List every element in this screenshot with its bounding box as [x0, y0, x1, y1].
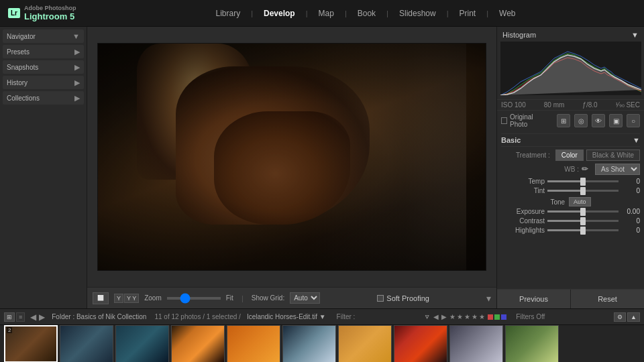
reset-button[interactable]: Reset — [571, 290, 644, 308]
highlights-track — [547, 229, 619, 231]
histogram-expand-icon[interactable]: ▼ — [631, 31, 639, 39]
histogram-svg — [500, 42, 641, 95]
navigator-panel[interactable]: Navigator▼ — [3, 29, 84, 43]
filmstrip-thumb-6[interactable] — [282, 325, 336, 362]
tab-library[interactable]: Library — [206, 6, 250, 21]
filter-arrow-l[interactable]: ◀ — [433, 313, 439, 320]
tint-value: 0 — [621, 187, 640, 194]
tab-web[interactable]: Web — [490, 6, 525, 21]
adobe-text: Adobe Photoshop — [24, 5, 76, 11]
histogram-header: Histogram ▼ — [500, 29, 641, 40]
wb-label: WB : — [564, 166, 579, 173]
original-photo-checkbox[interactable] — [501, 117, 507, 124]
wb-row: WB : ✏ As Shot Auto Daylight Cloudy Cust… — [501, 164, 640, 175]
star-5[interactable]: ★ — [479, 313, 485, 320]
filmstrip-thumb-2[interactable] — [60, 325, 113, 362]
tool-icons: ⊞ ◎ 👁 ▣ ○ — [557, 114, 640, 127]
tab-print[interactable]: Print — [450, 6, 486, 21]
filter-section: ⛛ ◀ ▶ ★ ★ ★ ★ ★ — [424, 313, 506, 320]
filmstrip-thumb-10[interactable] — [505, 325, 559, 362]
camera-sec: ¹⁄₉₀ SEC — [616, 101, 640, 109]
radial-filter-icon[interactable]: ○ — [627, 114, 640, 127]
filmstrip-thumb-9[interactable] — [449, 325, 503, 362]
highlights-value: 0 — [621, 227, 640, 234]
highlights-thumb[interactable] — [580, 227, 586, 235]
contrast-value: 0 — [621, 217, 640, 225]
history-panel[interactable]: History▶ — [3, 76, 84, 89]
star-4[interactable]: ★ — [472, 313, 478, 320]
photo-count: 11 of 12 photos / 1 selected / — [154, 313, 240, 320]
contrast-thumb[interactable] — [580, 217, 586, 225]
contrast-slider-row: Contrast 0 — [501, 217, 640, 225]
tab-book[interactable]: Book — [348, 6, 385, 21]
view-loupe-btn[interactable]: ⬜ — [93, 292, 109, 304]
filmstrip-expand-btn[interactable]: ▲ — [627, 312, 640, 322]
bw-treatment-btn[interactable]: Black & White — [586, 149, 640, 161]
star-1[interactable]: ★ — [449, 313, 455, 320]
contrast-fill — [547, 220, 583, 222]
gradient-filter-icon[interactable]: ▣ — [609, 114, 623, 127]
tone-section-label: Tone Auto — [501, 197, 640, 206]
tab-map[interactable]: Map — [309, 6, 343, 21]
wb-eyedropper-icon[interactable]: ✏ — [582, 164, 592, 175]
tint-fill — [547, 190, 583, 192]
temp-thumb[interactable] — [580, 178, 586, 186]
toolbar-right: ▾ — [486, 293, 491, 304]
crop-tool-icon[interactable]: ⊞ — [557, 114, 570, 127]
filter-label: Filter : — [337, 313, 356, 320]
thumb-num-1: 2 — [7, 327, 12, 333]
list-view-btn[interactable]: ≡ — [16, 312, 25, 322]
filmstrip-fwd-btn[interactable]: ▶ — [39, 312, 45, 322]
star-rating-row: ★ ★ ★ ★ ★ — [449, 313, 485, 320]
temp-value: 0 — [621, 178, 640, 185]
filmstrip-toolbar: ⊞ ≡ ◀ ▶ Folder : Basics of Nik Collectio… — [0, 309, 644, 325]
wb-select[interactable]: As Shot Auto Daylight Cloudy Custom — [595, 164, 640, 175]
filename-dropdown-icon[interactable]: ▼ — [319, 313, 326, 320]
exposure-thumb[interactable] — [580, 208, 586, 216]
filmstrip-settings-btn[interactable]: ⚙ — [614, 312, 626, 322]
tint-thumb[interactable] — [580, 187, 586, 195]
filmstrip-thumb-1[interactable]: 2 — [4, 325, 58, 362]
filmstrip-thumb-8[interactable] — [394, 325, 447, 362]
blue-filter[interactable] — [501, 314, 506, 320]
treatment-row: Treatment : Color Black & White — [501, 149, 640, 161]
main-area: Navigator▼ Presets▶ Snapshots▶ History▶ … — [0, 27, 644, 308]
filmstrip-thumb-3[interactable] — [115, 325, 169, 362]
basic-expand-icon[interactable]: ▼ — [633, 136, 640, 144]
filmstrip-thumb-5[interactable] — [227, 325, 280, 362]
filmstrip-back-btn[interactable]: ◀ — [30, 312, 36, 322]
grid-view-btn[interactable]: ⊞ — [4, 312, 15, 322]
green-filter[interactable] — [494, 314, 500, 320]
previous-button[interactable]: Previous — [497, 290, 571, 308]
collections-panel[interactable]: Collections▶ — [3, 91, 84, 105]
star-3[interactable]: ★ — [464, 313, 470, 320]
soft-proofing-checkbox[interactable] — [377, 295, 384, 302]
snapshots-panel[interactable]: Snapshots▶ — [3, 60, 84, 74]
red-filter[interactable] — [488, 314, 493, 320]
star-2[interactable]: ★ — [457, 313, 463, 320]
tool-row: Original Photo ⊞ ◎ 👁 ▣ ○ — [497, 110, 644, 131]
histogram-title: Histogram — [502, 31, 536, 39]
zoom-label: Zoom — [144, 294, 162, 302]
tab-slideshow[interactable]: Slideshow — [390, 6, 445, 21]
spot-removal-icon[interactable]: ◎ — [574, 114, 588, 127]
presets-panel[interactable]: Presets▶ — [3, 45, 84, 58]
filmstrip-thumb-7[interactable] — [338, 325, 392, 362]
toolbar-collapse-btn[interactable]: ▾ — [486, 293, 491, 304]
original-photo-check[interactable]: Original Photo — [501, 113, 547, 128]
redeye-icon[interactable]: 👁 — [592, 114, 605, 127]
filmstrip-thumb-4[interactable] — [171, 325, 225, 362]
grid-select[interactable]: Auto — [290, 292, 320, 304]
filmstrip-nav: ⊞ ≡ ◀ ▶ — [4, 312, 45, 322]
original-photo-label: Original Photo — [510, 113, 547, 128]
color-treatment-btn[interactable]: Color — [555, 149, 584, 161]
flag-y-btn[interactable]: Y Y — [124, 294, 139, 303]
zoom-slider[interactable] — [167, 297, 221, 300]
filter-funnel-icon: ⛛ — [424, 313, 431, 320]
tab-develop[interactable]: Develop — [254, 6, 305, 21]
exposure-label: Exposure — [501, 208, 545, 215]
flag-btn[interactable]: Y — [114, 294, 123, 303]
filter-arrow-r[interactable]: ▶ — [441, 313, 447, 320]
auto-tone-btn[interactable]: Auto — [569, 197, 591, 206]
basic-header: Basic ▼ — [501, 133, 640, 147]
